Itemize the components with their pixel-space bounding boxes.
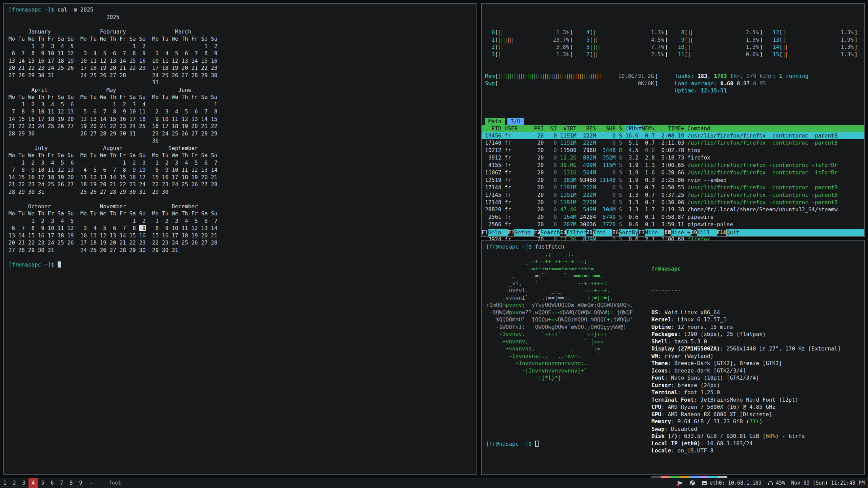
meter-7: 7[||2.5%] [580,51,675,58]
fastfetch-info-theme: Theme: Breeze-Dark [GTK2], Breeze [GTK3] [651,360,841,367]
headphones-icon [768,480,773,486]
fkey-label-nice[interactable]: Nice - [645,229,665,236]
process-row[interactable]: 28820 fr 20 0 47.4G 549M 104M S 1.3 1.7 … [482,206,864,213]
meter-13: 13[|1.9%] [769,36,864,44]
htop-function-key-bar: F1Help F2Setup F3SearchF4FilterF5Tree F6… [482,229,864,236]
meter-9: 9[||1.3%] [675,36,770,44]
fkey-label-filter[interactable]: Filter [566,229,586,236]
process-row[interactable]: 17140 fr 20 0 1191M 222M 0 S 5.1 0.7 2:1… [482,139,864,147]
fastfetch-user-host: fr@nasapc [651,266,681,272]
workspace-tag-3[interactable]: 3 [19,478,28,488]
meter-3: 3[|1.3%] [485,51,580,58]
meter-15: 15[||1.3%] [769,51,864,58]
process-row-selected[interactable]: 19456 fr 20 0 1191M 222M 0 S 16.6 0.7 2:… [482,132,864,140]
fastfetch-info-uptime: Uptime: 12 hours, 15 mins [651,323,841,331]
meter-8: 8[||2.5%] [675,29,770,36]
meter-2: 2[||3.8%] [485,43,580,51]
fastfetch-info-column: fr@nasapc --------- OS: Void Linux x86_6… [651,251,841,488]
layout-symbol: ← [90,480,93,486]
fastfetch-info-shell: Shell: bash 5.3.0 [651,338,841,345]
calendar-today: 9 [139,225,145,231]
workspace-tag-4[interactable]: 4 [28,478,38,488]
fastfetch-info-packages: Packages: 1290 (xbps), 25 (flatpak) [651,331,841,338]
fastfetch-info-rows: OS: Void Linux x86_64Kernel: Linux 6.12.… [651,309,841,454]
fastfetch-info-cursor: Cursor: breeze (24px) [651,382,841,389]
ethernet-icon [702,480,707,486]
process-row[interactable]: 10212 fr 20 0 11500 7960 3448 R 4.5 0.0 … [482,147,864,154]
fkey-setup[interactable]: F2 [508,229,514,236]
fkey-quit[interactable]: F10 [717,229,727,236]
workspace-tag-1[interactable]: 1 [0,478,9,488]
shell-prompt: [fr@nasapc ~]$ [8,6,54,13]
process-row[interactable]: 12519 fr 20 0 383M 93468 11148 S 1.9 0.3… [482,176,864,184]
shell-command: cal -m 2025 [58,6,94,13]
meter-10: 10[|1.3%] [675,43,770,51]
fkey-nice[interactable]: F8 [664,229,671,236]
meter-6: 6[|||7.7%] [580,43,675,51]
fastfetch-info-icons: Icons: breeze-dark [GTK2/3/4] [651,367,841,375]
cpu-meter-column-3: 8[||2.5%] 9[||1.3%] 10[|1.3%] 11[|0.6%] [675,29,770,58]
process-row[interactable]: 17145 fr 20 0 1191M 222M 0 S 1.3 0.7 0:3… [482,191,864,199]
tab-io[interactable]: I/O [507,118,524,125]
meter-swp: Swp[0K/0K] [485,80,675,87]
cpu-meter-column-1: 0[||1.3%] 1[|||||||23.7%] 2[||3.8%] 3[|1… [485,29,580,58]
fkey-label-help[interactable]: Help [488,229,508,236]
network-label: eth0: 10.68.1.103 [710,480,762,486]
fkey-sortby[interactable]: F6 [612,229,619,236]
htop-window[interactable]: 0[||1.3%] 1[|||||||23.7%] 2[||3.8%] 3[|1… [481,3,865,237]
fkey-tree[interactable]: F5 [586,229,592,236]
fkey-help[interactable]: F1 [482,229,488,236]
fastfetch-output: __.;=====;.__ _.=+==++=++=+=+===;. -=+++… [486,251,864,440]
workspace-tag-7[interactable]: 7 [57,478,66,488]
process-row[interactable]: 2566 fr 20 0 207M 30036 7776 S 0.6 0.1 3… [482,221,864,228]
fastfetch-info-cpu: CPU: AMD Ryzen 7 5800X (16) @ 4.85 GHz [651,403,841,411]
fkey-label-search[interactable]: Search [540,229,560,236]
calendar-output: 2025 January February March Mo Tu We Th … [8,14,477,261]
workspace-tag-9[interactable]: 9 [76,478,85,488]
process-row[interactable]: 17144 fr 20 0 1191M 222M 0 S 1.3 0.7 0:5… [482,184,864,191]
text-cursor [58,261,61,268]
meter-12: 12[|1.3%] [769,29,864,36]
cpu-meter-column-2: 4[|1.3%] 5[||4.5%] 6[|||7.7%] 7[||2.5%] [580,29,675,58]
fkey-label-sortby[interactable]: SortBy [619,229,639,236]
fkey-label-kill[interactable]: Kill [697,229,717,236]
fkey-kill[interactable]: F9 [691,229,697,236]
process-row[interactable]: 2561 fr 20 0 164M 24284 8740 S 0.6 0.1 0… [482,213,864,221]
fastfetch-info-wm: WM: river (Wayland) [651,353,841,360]
terminal-calendar-window[interactable]: [fr@nasapc ~]$ cal -m 2025 2025 January … [3,3,477,475]
meter-14: 14[||1.3%] [769,43,864,51]
sort-column-cpu: CPU%▽ [625,125,642,132]
workspace-tags: 123456789 [0,478,85,488]
fkey-label-quit[interactable]: Quit [726,229,746,236]
terminal-fastfetch-window[interactable]: [fr@nasapc ~]$ fastfetch __.;=====;.__ _… [481,240,865,475]
htop-tabs: MainI/O [485,118,864,125]
process-table-header[interactable]: PID USER PRI NI VIRT RES SHR S CPU%▽MEM%… [482,125,864,132]
shell-prompt-line-2: [fr@nasapc ~]$ [8,261,477,269]
fkey-filter[interactable]: F4 [560,229,566,236]
workspace-tag-6[interactable]: 6 [47,478,57,488]
process-row[interactable]: 17148 fr 20 0 1191M 222M 0 S 1.3 0.7 0:3… [482,199,864,206]
fkey-label-nice[interactable]: Nice + [671,229,691,236]
focused-window-title: foot [109,480,121,486]
workspace-tag-8[interactable]: 8 [66,478,76,488]
fkey-nice[interactable]: F7 [638,229,645,236]
fkey-search[interactable]: F3 [534,229,540,236]
fkey-label-tree[interactable]: Tree [593,229,612,236]
fastfetch-info-swap: Swap: Disabled [651,425,841,433]
tab-main[interactable]: Main [485,118,505,125]
workspace-tag-2[interactable]: 2 [9,478,19,488]
volume-module[interactable]: 45% [768,480,785,486]
fkey-label-setup[interactable]: Setup [514,229,534,236]
network-module[interactable]: eth0: 10.68.1.103 [702,480,762,486]
meter-0: 0[||1.3%] [485,29,580,36]
workspace-tag-5[interactable]: 5 [38,478,47,488]
steam-icon[interactable] [689,480,695,486]
fastfetch-info-font: Font: Noto Sans (10pt) [GTK2/3/4] [651,374,841,382]
fastfetch-info-memory: Memory: 9.64 GiB / 31.23 GiB (31%) [651,418,841,425]
fastfetch-info-os: OS: Void Linux x86_64 [651,309,841,316]
process-row[interactable]: 4155 fr 20 0 39.0G 409M 115M S 1.9 1.3 3… [482,162,864,169]
process-row[interactable]: 3912 fr 20 0 12.2G 882M 352M S 3.2 2.8 5… [482,154,864,162]
process-row[interactable]: 11067 fr 20 0 131G 504M 0 S 1.9 1.6 0:20… [482,169,864,176]
telegram-icon[interactable] [677,480,683,486]
clock-module: Nov 09 (Sun) 11:21:48 PM [791,480,865,486]
